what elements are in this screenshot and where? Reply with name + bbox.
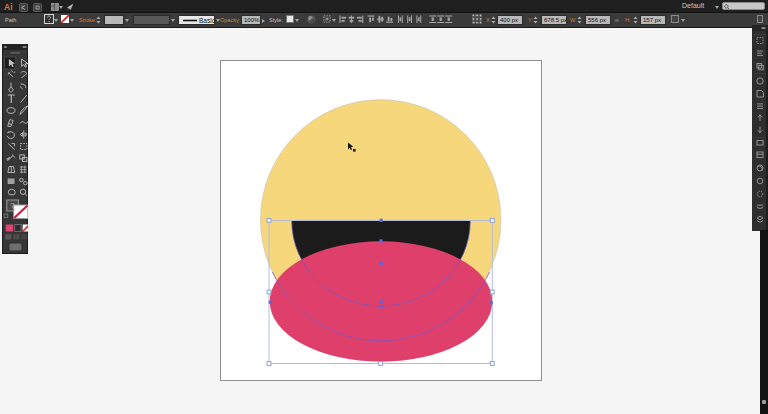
svg-text:Basic: Basic (199, 17, 215, 24)
